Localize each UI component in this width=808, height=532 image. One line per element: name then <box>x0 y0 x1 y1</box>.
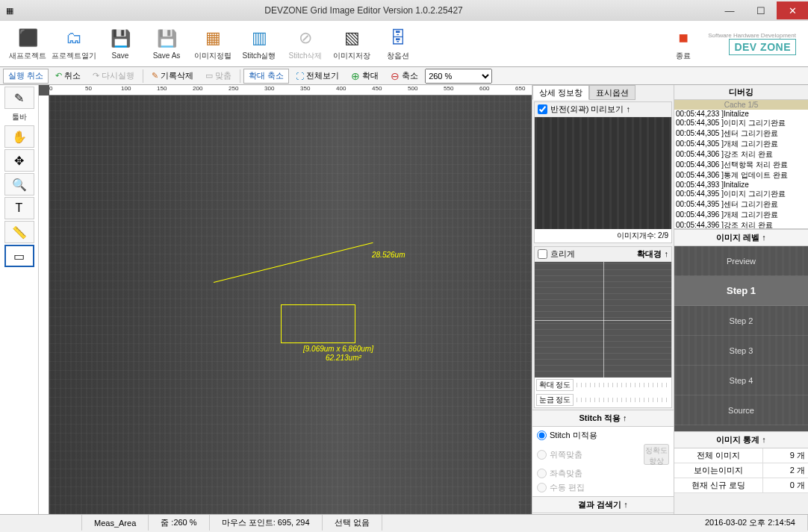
log-line: 00:05:44,305 ]센터 그리기완료 <box>674 128 808 139</box>
log-line: 00:05:44,305 ]이미지 그리기완료 <box>674 118 808 128</box>
measure-rect-label2: 62.213um² <box>326 354 361 362</box>
grid-precision-slider[interactable] <box>577 398 670 402</box>
accuracy-button: 정확도 향상 <box>644 444 669 465</box>
stats-row: 보이는이미지2 개 <box>674 463 808 478</box>
undo-button[interactable]: ↶취소 <box>50 69 86 84</box>
zoom-select[interactable]: 260 % <box>425 69 492 84</box>
magnifier-label: 확대경 ↑ <box>637 248 668 260</box>
minimize-button[interactable]: — <box>714 1 745 19</box>
align-top-radio <box>537 450 547 460</box>
ruler-tool[interactable]: 📏 <box>4 221 34 243</box>
measure-line[interactable] <box>214 242 373 283</box>
redo-button[interactable]: ↷다시실행 <box>87 69 140 84</box>
status-datetime: 2016-03-02 오후 2:14:54 <box>693 515 808 531</box>
cache-label: Cache 1/5 <box>674 100 808 110</box>
exit-button[interactable]: ■종료 <box>662 23 705 65</box>
hand-tool[interactable]: ✋ <box>4 125 34 148</box>
titlebar: ▦ DEVZONE Grid Image Editor Version 1.0.… <box>0 0 808 21</box>
debug-panel: 디버깅 Cache 1/5 00:05:44,233 ]Initalize00:… <box>674 85 808 514</box>
grid-precision-label: 눈금 정도 <box>536 394 574 406</box>
save-as-button[interactable]: 💾Save As <box>145 23 188 65</box>
zoom-tool[interactable]: 🔍 <box>4 173 34 195</box>
zoom-in-button[interactable]: ⊕확대 <box>346 69 384 84</box>
canvas-area[interactable]: 050100150200250300350400450500550600650 … <box>39 85 532 514</box>
zoom-label: 확대 축소 <box>243 69 289 84</box>
stitch-delete-button[interactable]: ⊘Stitch삭제 <box>284 23 327 65</box>
status-meas: Meas_Area <box>82 515 149 531</box>
sub-toolbar: 실행 취소 ↶취소 ↷다시실행 ✎기록삭제 ▭맞춤 확대 축소 ⛶전체보기 ⊕확… <box>0 67 808 85</box>
save-button[interactable]: 💾Save <box>99 23 142 65</box>
view-all-button[interactable]: ⛶전체보기 <box>290 69 344 84</box>
measure-line-label: 28.526um <box>372 251 405 259</box>
level-step-1[interactable]: Step 1 <box>674 276 808 306</box>
image-count: 이미지개수: 2/9 <box>535 229 671 242</box>
blur-checkbox[interactable] <box>538 249 547 259</box>
brand-logo: Software Hardware Development DEV ZONE <box>708 32 796 55</box>
left-toolbox: ✎ 툴바 ✋ ✥ 🔍 T 📏 ▭ <box>0 85 39 514</box>
log-line: 00:05:44,395 ]센터 그리기완료 <box>674 199 808 210</box>
horizontal-ruler: 050100150200250300350400450500550600650 <box>49 85 532 96</box>
align-left-radio <box>537 469 547 478</box>
invert-preview-checkbox[interactable] <box>538 104 547 114</box>
debug-log[interactable]: 00:05:44,233 ]Initalize00:05:44,305 ]이미지… <box>674 110 808 229</box>
window-title: DEVZONE Grid Image Editor Version 1.0.2.… <box>13 5 714 16</box>
canvas[interactable]: 28.526um [9.069um x 6.860um] 62.213um² <box>49 96 532 514</box>
zoom-precision-label: 확대 정도 <box>536 379 574 391</box>
log-line: 00:05:44,306 ]강조 처리 완료 <box>674 149 808 160</box>
level-step-4[interactable]: Step 4 <box>674 366 808 395</box>
log-line: 00:05:44,395 ]이미지 그리기완료 <box>674 189 808 199</box>
log-line: 00:05:44,396 ]개체 그리기완료 <box>674 210 808 220</box>
status-zoom: 줌 :260 % <box>149 515 209 531</box>
stitch-apply-header[interactable]: Stitch 적용 ↑ <box>532 410 674 427</box>
image-levels: PreviewStep 1Step 2Step 3Step 4Source <box>674 246 808 431</box>
image-stats-header[interactable]: 이미지 통계 ↑ <box>674 431 808 448</box>
level-step-3[interactable]: Step 3 <box>674 336 808 366</box>
stitch-run-button[interactable]: ▥Stitch실행 <box>237 23 281 65</box>
manual-edit-radio <box>537 483 547 492</box>
open-project-button[interactable]: 🗂프로젝트열기 <box>52 23 96 65</box>
log-line: 00:05:44,393 ]Initalize <box>674 181 808 189</box>
stitch-none-radio[interactable] <box>537 431 547 440</box>
statusbar: Meas_Area 줌 :260 % 마우스 포인트: 695, 294 선택 … <box>0 514 808 531</box>
level-preview[interactable]: Preview <box>674 246 808 276</box>
text-tool[interactable]: T <box>4 197 34 219</box>
new-project-button[interactable]: ⬛새프로젝트 <box>6 23 49 65</box>
status-selection: 선택 없음 <box>323 515 382 531</box>
magnifier-view[interactable] <box>535 262 671 378</box>
level-step-2[interactable]: Step 2 <box>674 306 808 336</box>
close-button[interactable]: ✕ <box>777 1 808 19</box>
preview-thumbnail[interactable] <box>535 117 671 229</box>
pen-tool[interactable]: ✎ <box>4 87 34 109</box>
toolbox-label: 툴바 <box>10 110 28 124</box>
delete-record-button[interactable]: ✎기록삭제 <box>146 69 199 84</box>
area-tool[interactable]: ▭ <box>4 245 34 267</box>
tab-display-options[interactable]: 표시옵션 <box>589 85 635 100</box>
measure-rect[interactable] <box>281 304 355 343</box>
main-toolbar: ⬛새프로젝트 🗂프로젝트열기 💾Save 💾Save As ▦이미지정렬 ▥St… <box>0 21 808 67</box>
stats-row: 전체 이미지9 개 <box>674 448 808 463</box>
image-level-header[interactable]: 이미지 레벨 ↑ <box>674 229 808 246</box>
invert-preview-label: 반전(외곽) 미리보기 ↑ <box>550 104 630 115</box>
image-align-button[interactable]: ▦이미지정렬 <box>191 23 234 65</box>
move-tool[interactable]: ✥ <box>4 149 34 172</box>
detail-panel: 상세 정보창 표시옵션 반전(외곽) 미리보기 ↑ 이미지개수: 2/9 흐리게… <box>532 85 674 514</box>
execute-undo-button[interactable]: 실행 취소 <box>3 69 49 84</box>
log-line: 00:05:44,305 ]개체 그리기완료 <box>674 139 808 149</box>
result-search-header[interactable]: 결과 검색기 ↑ <box>532 496 674 513</box>
image-save-button[interactable]: ▧이미지저장 <box>330 23 373 65</box>
window-options-button[interactable]: 🗄창옵션 <box>376 23 420 65</box>
log-line: 00:05:44,306 ]선택항목 처리 완료 <box>674 160 808 170</box>
vertical-ruler <box>39 96 49 514</box>
log-line: 00:05:44,396 ]강조 처리 완료 <box>674 220 808 229</box>
level-source[interactable]: Source <box>674 395 808 425</box>
zoom-out-button[interactable]: ⊖축소 <box>385 69 423 84</box>
log-line: 00:05:44,233 ]Initalize <box>674 110 808 118</box>
app-icon: ▦ <box>6 6 13 16</box>
fit-button[interactable]: ▭맞춤 <box>200 69 237 84</box>
measure-rect-label1: [9.069um x 6.860um] <box>303 345 373 353</box>
tab-detail-info[interactable]: 상세 정보창 <box>532 85 589 100</box>
stats-row: 현재 신규 로딩0 개 <box>674 478 808 493</box>
status-mouse: 마우스 포인트: 695, 294 <box>210 515 323 531</box>
maximize-button[interactable]: ☐ <box>745 1 777 19</box>
zoom-precision-slider[interactable] <box>577 383 670 387</box>
